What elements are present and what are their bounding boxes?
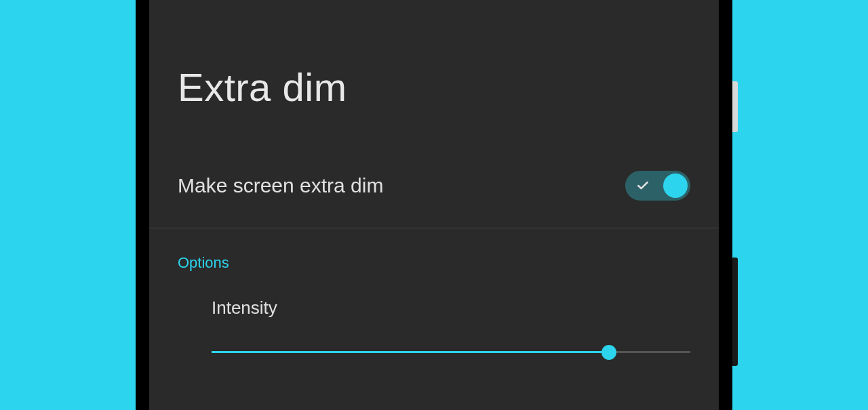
- intensity-label: Intensity: [212, 298, 690, 319]
- extra-dim-toggle-row[interactable]: Make screen extra dim: [149, 110, 719, 228]
- slider-thumb[interactable]: [601, 345, 616, 360]
- power-button: [732, 81, 738, 132]
- options-section-header: Options: [149, 228, 719, 272]
- check-icon: [636, 179, 650, 192]
- phone-frame: Extra dim Make screen extra dim Options …: [136, 0, 732, 410]
- volume-button: [732, 258, 738, 366]
- toggle-label: Make screen extra dim: [178, 174, 383, 197]
- page-title: Extra dim: [149, 0, 719, 110]
- slider-fill: [212, 351, 609, 353]
- toggle-thumb: [663, 173, 688, 198]
- screen: Extra dim Make screen extra dim Options …: [149, 0, 719, 410]
- intensity-container: Intensity: [149, 272, 719, 359]
- extra-dim-toggle[interactable]: [625, 171, 690, 201]
- intensity-slider[interactable]: [212, 346, 690, 359]
